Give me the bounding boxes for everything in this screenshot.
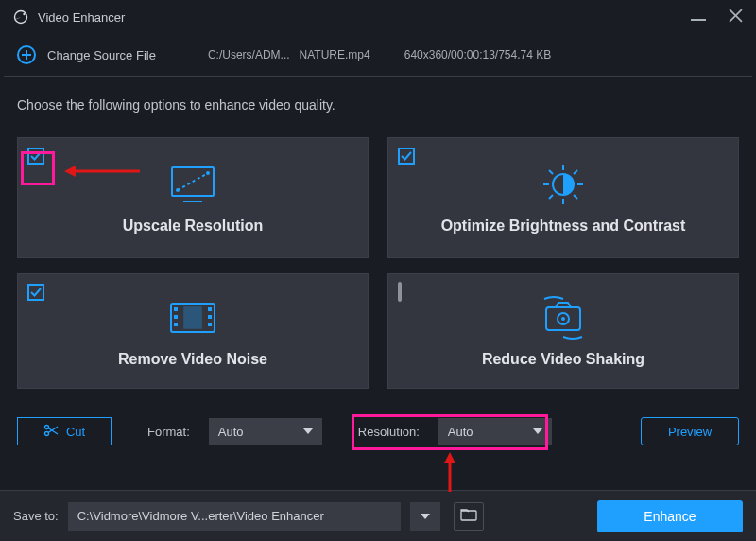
source-file-path: C:/Users/ADM..._ NATURE.mp4 [208,48,370,61]
cut-button[interactable]: Cut [17,417,112,445]
checkbox-brightness[interactable] [398,148,415,165]
resolution-select[interactable]: Auto [438,418,552,445]
save-path-input[interactable]: C:\Vidmore\Vidmore V...erter\Video Enhan… [68,502,401,531]
save-to-label: Save to: [13,509,59,523]
titlebar: Video Enhancer [0,0,756,34]
browse-folder-button[interactable] [454,502,484,531]
card-remove-noise[interactable]: Remove Video Noise [17,273,369,389]
save-path-dropdown[interactable] [410,502,440,531]
chevron-down-icon [533,428,542,434]
content-area: Choose the following options to enhance … [0,77,756,398]
change-source-button[interactable]: Change Source File [17,45,156,64]
svg-line-16 [574,170,577,174]
chevron-down-icon [303,428,313,434]
enhance-label: Enhance [644,509,696,524]
card-shaking-label: Reduce Video Shaking [482,351,644,368]
plus-circle-icon [17,45,36,64]
scissors-icon [43,424,59,440]
card-noise-label: Remove Video Noise [118,351,267,368]
close-button[interactable] [729,9,743,26]
svg-rect-22 [174,323,178,326]
brightness-icon [538,161,589,208]
preview-button[interactable]: Preview [641,417,739,445]
card-upscale-label: Upscale Resolution [123,218,263,235]
footer: Save to: C:\Vidmore\Vidmore V...erter\Vi… [0,490,756,541]
monitor-resolution-icon [166,161,219,208]
svg-rect-33 [461,511,476,520]
svg-line-15 [574,195,577,199]
enhance-button[interactable]: Enhance [597,500,743,532]
instruction-text: Choose the following options to enhance … [17,97,739,113]
svg-rect-19 [184,307,201,328]
format-select[interactable]: Auto [209,418,322,445]
checkbox-upscale[interactable] [27,148,44,165]
svg-line-17 [549,195,553,199]
preview-label: Preview [668,425,712,439]
filmstrip-icon [165,294,220,341]
controls-row: Cut Format: Auto Resolution: Auto Previe… [0,398,756,445]
checkbox-noise[interactable] [27,284,44,301]
svg-line-14 [549,170,553,174]
format-value: Auto [218,425,244,439]
app-icon [13,9,28,25]
change-source-label: Change Source File [47,48,156,62]
card-reduce-shaking[interactable]: Reduce Video Shaking [387,273,739,389]
svg-point-8 [206,171,210,175]
svg-rect-21 [174,315,178,319]
save-path-value: C:\Vidmore\Vidmore V...erter\Video Enhan… [77,509,324,523]
resolution-label: Resolution: [358,425,420,439]
format-label: Format: [147,425,190,439]
source-file-meta: 640x360/00:00:13/754.74 KB [404,48,551,61]
resolution-value: Auto [448,425,473,439]
svg-line-5 [178,173,208,190]
svg-point-1 [23,13,25,15]
card-brightness-label: Optimize Brightness and Contrast [441,218,686,235]
folder-icon [460,508,477,525]
card-brightness-contrast[interactable]: Optimize Brightness and Contrast [387,137,739,258]
minimize-button[interactable] [691,13,706,21]
cut-label: Cut [66,425,85,439]
svg-marker-37 [444,452,455,463]
svg-rect-25 [208,323,212,326]
window-title: Video Enhancer [38,10,125,25]
checkbox-shaking[interactable] [398,284,415,301]
camera-shake-icon [535,294,592,341]
svg-point-28 [561,317,565,321]
card-upscale-resolution[interactable]: Upscale Resolution [17,137,369,258]
svg-rect-24 [208,315,212,319]
chevron-down-icon [421,514,430,519]
svg-point-7 [176,188,180,192]
toolbar: Change Source File C:/Users/ADM..._ NATU… [0,34,756,76]
svg-rect-20 [174,307,178,311]
svg-rect-23 [208,307,212,311]
